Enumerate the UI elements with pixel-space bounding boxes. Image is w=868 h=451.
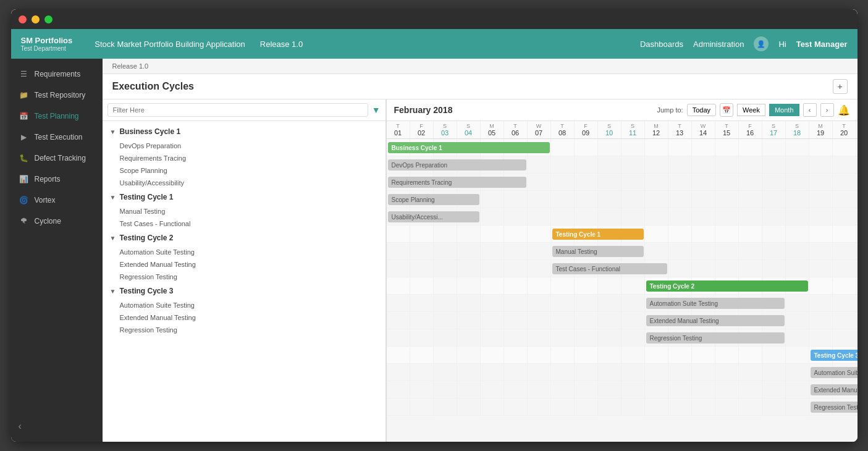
day-num-03: 03: [434, 129, 457, 137]
gantt-bar-12[interactable]: Testing Cycle 3: [811, 350, 857, 361]
gantt-day-cell: [715, 139, 739, 416]
month-label: February 2018: [394, 105, 453, 115]
sidebar-label-test-repository: Test Repository: [35, 91, 86, 99]
day-col-09: F09: [575, 121, 598, 138]
minimize-button[interactable]: [32, 15, 40, 23]
sidebar-item-cyclone[interactable]: 🌪 Cyclone: [11, 211, 103, 232]
day-num-10: 10: [598, 129, 621, 137]
day-col-13: T13: [668, 121, 692, 138]
reports-icon: 📊: [19, 174, 30, 185]
vortex-icon: 🌀: [19, 195, 30, 206]
day-col-14: W14: [692, 121, 715, 138]
cycle-task-automation-3[interactable]: Automation Suite Testing: [103, 299, 386, 311]
sidebar-item-test-planning[interactable]: 📅 Test Planning: [11, 106, 103, 127]
day-col-20: T20: [833, 121, 856, 138]
sidebar-item-requirements[interactable]: ☰ Requirements: [11, 64, 103, 85]
cycle-task-regression-3[interactable]: Regression Testing: [103, 324, 386, 336]
sidebar-label-vortex: Vortex: [35, 196, 56, 204]
cycle-name-business-1[interactable]: ▼ Business Cycle 1: [103, 124, 386, 140]
gantt-day-cell: [645, 139, 668, 416]
gantt-bar-14[interactable]: Extended Manua...: [811, 384, 857, 395]
cycle-task-extended-3[interactable]: Extended Manual Testing: [103, 311, 386, 324]
cycle-name-testing-2[interactable]: ▼ Testing Cycle 2: [103, 230, 386, 246]
filter-input[interactable]: [107, 103, 368, 117]
gantt-bar-5[interactable]: Testing Cycle 1: [552, 229, 644, 240]
cycle-task-automation-2[interactable]: Automation Suite Testing: [103, 246, 386, 258]
gantt-bar-3[interactable]: Scope Planning: [388, 194, 479, 205]
gantt-bar-9[interactable]: Automation Suite Testing: [646, 298, 785, 309]
jump-to-label: Jump to:: [657, 106, 683, 114]
cycle-task-scope[interactable]: Scope Planning: [103, 164, 386, 177]
cycle-list: ▼ Business Cycle 1 DevOps Preparation Re…: [103, 121, 386, 442]
gantt-bar-13[interactable]: Automation Suite Testing: [811, 367, 857, 378]
day-col-06: T06: [504, 121, 528, 138]
gantt-bar-10[interactable]: Extended Manual Testing: [646, 315, 785, 326]
day-col-15: T15: [715, 121, 739, 138]
sidebar-label-defect-tracking: Defect Tracking: [35, 154, 86, 162]
prev-nav-button[interactable]: ‹: [803, 103, 817, 117]
cycle-name-testing-3[interactable]: ▼ Testing Cycle 3: [103, 283, 386, 299]
cycle-task-devops[interactable]: DevOps Preparation: [103, 140, 386, 152]
administration-link[interactable]: Administration: [693, 40, 744, 49]
day-letter-19: M: [809, 123, 832, 129]
test-repository-icon: 📁: [19, 90, 30, 101]
dashboards-link[interactable]: Dashboards: [640, 40, 683, 49]
app-logo: SM Portfolios Test Department: [21, 36, 73, 52]
day-num-15: 15: [715, 129, 738, 137]
close-button[interactable]: [19, 15, 27, 23]
gantt-bar-7[interactable]: Test Cases - Functional: [552, 263, 667, 274]
sidebar-item-vortex[interactable]: 🌀 Vortex: [11, 190, 103, 211]
cyclone-icon: 🌪: [19, 216, 30, 227]
cycle-task-req-tracing[interactable]: Requirements Tracing: [103, 152, 386, 164]
today-button[interactable]: Today: [687, 104, 716, 116]
day-letter-15: T: [715, 123, 738, 129]
defect-tracking-icon: 🐛: [19, 153, 30, 164]
gantt-bar-4[interactable]: Usability/Accessi...: [388, 211, 479, 222]
gantt-bar-6[interactable]: Manual Testing: [552, 246, 644, 257]
gantt-bar-1[interactable]: DevOps Preparation: [388, 159, 526, 171]
bell-icon[interactable]: 🔔: [838, 104, 850, 116]
day-col-21: W21: [856, 121, 857, 138]
calendar-icon[interactable]: 📅: [720, 103, 733, 117]
gantt-bar-11[interactable]: Regression Testing: [646, 332, 785, 344]
gantt-bar-2[interactable]: Requirements Tracing: [388, 177, 526, 188]
hi-label: Hi: [778, 40, 786, 49]
gantt-right-panel[interactable]: February 2018 Jump to: Today 📅 Week Mont…: [387, 99, 857, 442]
day-letter-06: T: [504, 123, 527, 129]
day-num-17: 17: [762, 129, 785, 137]
day-col-01: T01: [387, 121, 410, 138]
cycle-task-regression-2[interactable]: Regression Testing: [103, 271, 386, 283]
cycle-task-extended-2[interactable]: Extended Manual Testing: [103, 258, 386, 271]
day-letter-21: W: [856, 123, 857, 129]
next-nav-button[interactable]: ›: [820, 103, 834, 117]
day-letter-20: T: [833, 123, 856, 129]
gantt-bar-0[interactable]: Business Cycle 1: [388, 142, 550, 153]
jump-to: Jump to: Today 📅 Week Month ‹ › 🔔: [657, 103, 849, 117]
gantt-bar-8[interactable]: Testing Cycle 2: [646, 280, 808, 292]
week-view-button[interactable]: Week: [737, 104, 765, 116]
app-container: SM Portfolios Test Department Stock Mark…: [11, 29, 857, 442]
requirements-icon: ☰: [19, 69, 30, 80]
sidebar-item-reports[interactable]: 📊 Reports: [11, 169, 103, 190]
day-letter-11: S: [622, 123, 644, 129]
sidebar-collapse-button[interactable]: ‹: [11, 416, 103, 437]
month-view-button[interactable]: Month: [769, 104, 799, 116]
maximize-button[interactable]: [44, 15, 53, 23]
sidebar-item-test-repository[interactable]: 📁 Test Repository: [11, 85, 103, 106]
gantt-bar-15[interactable]: Regression Testing: [811, 402, 857, 413]
sidebar-label-cyclone: Cyclone: [35, 217, 61, 225]
day-num-16: 16: [739, 129, 762, 137]
cycle-task-usability[interactable]: Usability/Accessibility: [103, 177, 386, 189]
sidebar-item-test-execution[interactable]: ▶ Test Execution: [11, 127, 103, 148]
sidebar-item-defect-tracking[interactable]: 🐛 Defect Tracking: [11, 148, 103, 169]
add-cycle-button[interactable]: +: [833, 79, 848, 94]
nav-release-link[interactable]: Release 1.0: [260, 40, 303, 49]
cycle-name-testing-1[interactable]: ▼ Testing Cycle 1: [103, 189, 386, 205]
day-letter-16: F: [739, 123, 762, 129]
nav-app-link[interactable]: Stock Market Portfolio Building Applicat…: [95, 40, 245, 49]
cycle-task-manual[interactable]: Manual Testing: [103, 205, 386, 217]
cycle-task-test-cases[interactable]: Test Cases - Functional: [103, 217, 386, 230]
app-window: SM Portfolios Test Department Stock Mark…: [11, 9, 857, 442]
top-bar-right: Dashboards Administration 👤 Hi Test Mana…: [640, 36, 848, 51]
expand-arrow-testing-2: ▼: [110, 235, 116, 242]
